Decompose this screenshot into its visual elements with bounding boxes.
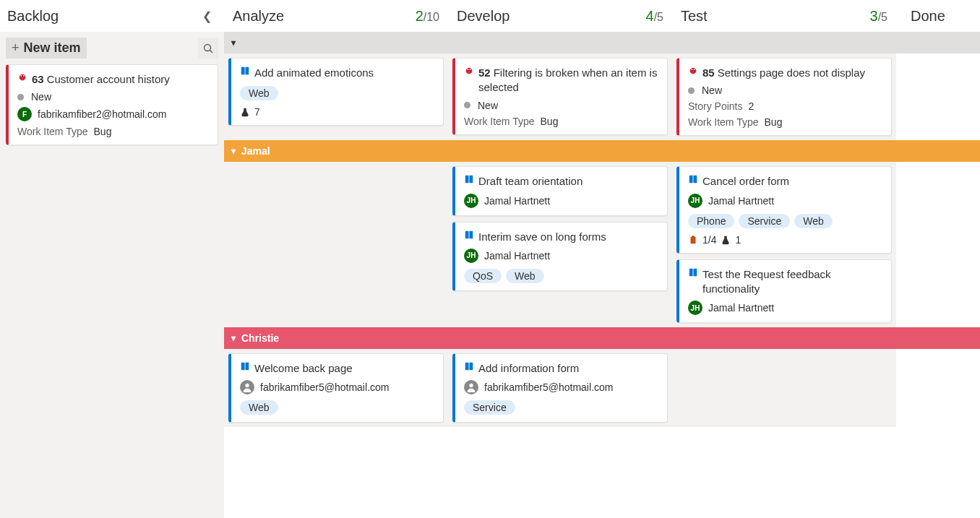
cell-analyze-christie: Welcome back page fabrikamfiber5@hotmail… xyxy=(224,349,448,427)
state-value: New xyxy=(702,85,722,96)
backlog-column: + New item 63Customer account history Ne… xyxy=(0,32,224,518)
card-develop-52[interactable]: 52Filtering is broken when an item is se… xyxy=(452,58,668,135)
flask-icon xyxy=(721,235,731,245)
column-header-done: Done xyxy=(896,0,980,32)
new-item-button[interactable]: + New item xyxy=(6,38,87,59)
bug-icon xyxy=(688,66,698,76)
chevron-down-icon: ▾ xyxy=(231,333,236,343)
card-test-85[interactable]: 85Settings page does not display New Sto… xyxy=(676,58,892,136)
state-dot-icon xyxy=(464,102,470,108)
field-value: Bug xyxy=(765,116,783,128)
tag: Service xyxy=(464,400,515,415)
card-analyze-emoticons[interactable]: Add animated emoticons Web 7 xyxy=(228,58,444,126)
state-dot-icon xyxy=(688,87,695,94)
avatar xyxy=(240,380,254,394)
svg-point-8 xyxy=(205,44,211,51)
test-count: 1 xyxy=(735,234,741,246)
story-icon xyxy=(240,66,250,76)
assignee: Jamal Hartnett xyxy=(708,302,774,314)
svg-line-9 xyxy=(210,50,213,53)
field-label: Work Item Type xyxy=(17,126,88,137)
person-icon xyxy=(466,382,476,392)
card-develop-interim-save[interactable]: Interim save on long forms JHJamal Hartn… xyxy=(452,222,668,291)
cell-done-unassigned xyxy=(896,53,980,140)
flask-icon xyxy=(240,107,250,117)
cell-test-unassigned: 85Settings page does not display New Sto… xyxy=(672,53,896,140)
cell-develop-christie: Add information form fabrikamfiber5@hotm… xyxy=(448,349,672,427)
assignee: fabrikamfiber5@hotmail.com xyxy=(484,381,613,393)
column-title: Backlog xyxy=(7,8,59,25)
field-label: Work Item Type xyxy=(688,116,759,128)
card-develop-orientation[interactable]: Draft team orientation JHJamal Hartnett xyxy=(452,166,668,215)
column-title: Done xyxy=(911,8,945,25)
field-value: Bug xyxy=(94,126,112,137)
person-icon xyxy=(242,382,252,392)
bug-icon xyxy=(464,66,474,76)
cell-done-christie xyxy=(896,349,980,427)
plus-icon: + xyxy=(12,40,20,56)
swimlane-name: Christie xyxy=(241,332,279,344)
search-button[interactable] xyxy=(198,38,218,59)
column-title: Develop xyxy=(457,8,510,25)
assignee: Jamal Hartnett xyxy=(484,250,550,262)
card-test-cancel-order[interactable]: Cancel order form JHJamal Hartnett Phone… xyxy=(676,166,892,253)
cell-develop-unassigned: 52Filtering is broken when an item is se… xyxy=(448,53,672,140)
tag: Phone xyxy=(688,214,734,228)
assignee: Jamal Hartnett xyxy=(484,195,550,207)
swimlane-header-christie[interactable]: ▾ Christie xyxy=(224,327,980,349)
tag: Web xyxy=(240,400,278,415)
new-item-label: New item xyxy=(24,40,81,56)
column-header-test: Test 3/5 xyxy=(672,0,896,32)
avatar: JH xyxy=(464,194,478,208)
card-develop-add-info[interactable]: Add information form fabrikamfiber5@hotm… xyxy=(452,353,668,423)
assignee: Jamal Hartnett xyxy=(708,195,774,207)
state-dot-icon xyxy=(17,94,24,100)
bug-icon xyxy=(17,72,27,82)
swimlane-name: Jamal xyxy=(241,145,270,157)
cell-test-christie xyxy=(672,349,896,427)
story-icon xyxy=(464,174,474,184)
cell-analyze-jamal xyxy=(224,162,448,327)
wip-counter: 2/10 xyxy=(416,8,439,25)
checklist-value: 1/4 xyxy=(702,234,716,246)
column-header-backlog: Backlog ❮ xyxy=(0,0,224,32)
avatar: JH xyxy=(464,249,478,263)
checklist-icon xyxy=(688,235,698,245)
assignee: fabrikamfiber5@hotmail.com xyxy=(260,381,389,393)
story-icon xyxy=(688,267,698,277)
card-analyze-welcome[interactable]: Welcome back page fabrikamfiber5@hotmail… xyxy=(228,353,444,423)
cell-analyze-unassigned: Add animated emoticons Web 7 xyxy=(224,53,448,140)
swimlane-header-unassigned[interactable]: ▾ xyxy=(224,32,980,53)
tag: Web xyxy=(240,86,278,100)
field-value: Bug xyxy=(541,116,559,127)
avatar: F xyxy=(17,107,32,121)
chevron-down-icon: ▾ xyxy=(231,146,236,156)
state-value: New xyxy=(478,100,498,111)
story-icon xyxy=(688,174,698,184)
state-value: New xyxy=(31,91,51,103)
chevron-down-icon: ▾ xyxy=(231,38,236,48)
story-icon xyxy=(464,230,474,240)
tag: Service xyxy=(739,214,790,228)
card-test-feedback[interactable]: Test the Request feedback functionality … xyxy=(676,259,892,324)
field-label: Work Item Type xyxy=(464,116,535,127)
avatar: JH xyxy=(688,194,702,208)
card-backlog-63[interactable]: 63Customer account history New Ffabrikam… xyxy=(6,64,218,145)
cell-develop-jamal: Draft team orientation JHJamal Hartnett … xyxy=(448,162,672,327)
wip-counter: 3/5 xyxy=(870,8,887,25)
column-header-develop: Develop 4/5 xyxy=(448,0,672,32)
story-icon xyxy=(464,361,474,371)
test-count: 7 xyxy=(254,106,260,118)
search-icon xyxy=(203,43,213,53)
column-title: Test xyxy=(681,8,708,25)
story-icon xyxy=(240,361,250,371)
avatar xyxy=(464,380,478,394)
wip-counter: 4/5 xyxy=(646,8,663,25)
cell-test-jamal: Cancel order form JHJamal Hartnett Phone… xyxy=(672,162,896,327)
tag: Web xyxy=(506,269,544,283)
collapse-backlog-icon[interactable]: ❮ xyxy=(198,9,215,23)
column-title: Analyze xyxy=(233,8,284,25)
swimlane-header-jamal[interactable]: ▾ Jamal xyxy=(224,140,980,162)
field-value: 2 xyxy=(748,100,754,112)
avatar: JH xyxy=(688,301,702,315)
